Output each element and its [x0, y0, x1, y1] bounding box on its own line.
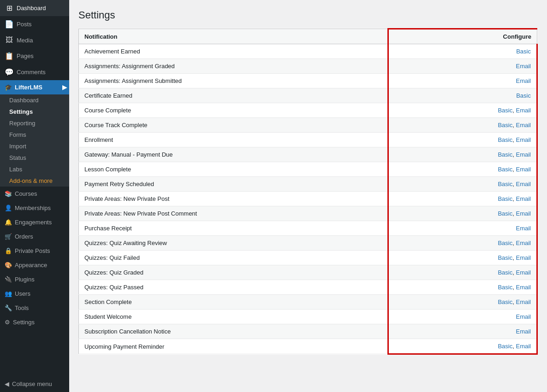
orders-icon: 🛒 [5, 233, 12, 240]
private-posts-icon: 🔒 [5, 247, 12, 254]
sidebar-subitem-import[interactable]: Import [0, 140, 69, 152]
configure-link-email[interactable]: Email [516, 136, 531, 143]
sidebar-item-courses[interactable]: 📚 Courses [0, 187, 69, 201]
settings-icon: ⚙ [5, 319, 10, 326]
sidebar-item-memberships[interactable]: 👤 Memberships [0, 201, 69, 215]
configure-link-email[interactable]: Email [516, 240, 531, 246]
configure-link-basic[interactable]: Basic [498, 181, 512, 187]
lms-submenu: Dashboard Settings Reporting Forms Impor… [0, 94, 69, 187]
notification-cell: Quizzes: Quiz Failed [79, 251, 388, 265]
configure-link-email[interactable]: Email [516, 210, 531, 217]
configure-link-email[interactable]: Email [516, 313, 531, 320]
comments-icon: 💬 [5, 68, 14, 76]
notification-cell: Quizzes: Quiz Graded [79, 265, 388, 280]
sidebar-item-label: Orders [15, 233, 33, 240]
notification-cell: Achievement Earned [79, 44, 388, 59]
configure-link-basic[interactable]: Basic [498, 254, 512, 261]
sidebar-item-tools[interactable]: 🔧 Tools [0, 301, 69, 315]
table-row: Private Areas: New Private Post CommentB… [79, 206, 537, 221]
configure-link-basic[interactable]: Basic [498, 195, 512, 202]
sidebar-subitem-labs[interactable]: Labs [0, 164, 69, 175]
sidebar-item-private-posts[interactable]: 🔒 Private Posts [0, 244, 69, 258]
sidebar-item-posts[interactable]: 📄 Posts [0, 16, 69, 32]
table-row: Quizzes: Quiz GradedBasic, Email [79, 265, 537, 280]
configure-cell: Basic, Email [388, 251, 537, 265]
table-row: Assignments: Assignment GradedEmail [79, 59, 537, 74]
configure-link-basic[interactable]: Basic [498, 240, 512, 246]
configure-link-email[interactable]: Email [516, 328, 531, 335]
configure-link-email[interactable]: Email [516, 298, 531, 305]
sidebar-subitem-dashboard[interactable]: Dashboard [0, 94, 69, 106]
collapse-menu[interactable]: ◀ Collapse menu [0, 376, 69, 392]
sidebar-subitem-status[interactable]: Status [0, 152, 69, 164]
sidebar-subitem-addons[interactable]: Add-ons & more [0, 175, 69, 187]
sidebar-item-label: Memberships [15, 205, 51, 211]
sidebar-item-appearance[interactable]: 🎨 Appearance [0, 258, 69, 272]
sidebar-item-label: Settings [13, 319, 35, 326]
configure-link-email[interactable]: Email [516, 269, 531, 276]
configure-link-basic[interactable]: Basic [498, 166, 512, 173]
sidebar-item-pages[interactable]: 📋 Pages [0, 48, 69, 64]
media-icon: 🖼 [5, 36, 14, 44]
sidebar-subitem-forms[interactable]: Forms [0, 129, 69, 140]
lms-label: LifterLMS [15, 84, 42, 91]
configure-link-email[interactable]: Email [516, 181, 531, 187]
plugins-icon: 🔌 [5, 276, 12, 283]
sidebar-item-orders[interactable]: 🛒 Orders [0, 229, 69, 244]
configure-link-email[interactable]: Email [516, 225, 531, 232]
configure-link-basic[interactable]: Basic [498, 107, 512, 114]
configure-link-basic[interactable]: Basic [498, 343, 512, 350]
table-row: Section CompleteBasic, Email [79, 295, 537, 310]
sidebar-item-users[interactable]: 👥 Users [0, 287, 69, 301]
configure-link-email[interactable]: Email [516, 151, 531, 158]
sidebar-item-dashboard[interactable]: ⊞ Dashboard [0, 0, 69, 16]
configure-cell: Basic, Email [388, 236, 537, 251]
sidebar-item-media[interactable]: 🖼 Media [0, 32, 69, 48]
table-row: Lesson CompleteBasic, Email [79, 162, 537, 177]
configure-cell: Basic, Email [388, 265, 537, 280]
sidebar-item-lifterlms[interactable]: 🎓 LifterLMS ▶ [0, 80, 69, 94]
table-row: Course CompleteBasic, Email [79, 103, 537, 118]
sidebar-subitem-reporting[interactable]: Reporting [0, 117, 69, 129]
notification-cell: Lesson Complete [79, 162, 388, 177]
notification-cell: Payment Retry Scheduled [79, 177, 388, 192]
configure-link-basic[interactable]: Basic [498, 136, 512, 143]
configure-link-email[interactable]: Email [516, 166, 531, 173]
configure-link-basic[interactable]: Basic [498, 269, 512, 276]
configure-link-basic[interactable]: Basic [516, 92, 531, 99]
table-row: Quizzes: Quiz FailedBasic, Email [79, 251, 537, 265]
sidebar-subitem-settings[interactable]: Settings [0, 106, 69, 117]
configure-link-email[interactable]: Email [516, 195, 531, 202]
configure-link-basic[interactable]: Basic [498, 284, 512, 291]
table-row: Purchase ReceiptEmail [79, 221, 537, 236]
configure-link-basic[interactable]: Basic [498, 151, 512, 158]
configure-link-basic[interactable]: Basic [516, 48, 531, 55]
configure-link-email[interactable]: Email [516, 63, 531, 70]
configure-link-email[interactable]: Email [516, 284, 531, 291]
collapse-label: Collapse menu [12, 380, 52, 387]
pages-icon: 📋 [5, 52, 14, 60]
configure-cell: Email [388, 59, 537, 74]
configure-link-basic[interactable]: Basic [498, 298, 512, 305]
table-row: Payment Retry ScheduledBasic, Email [79, 177, 537, 192]
sidebar-item-label: Appearance [15, 262, 47, 269]
configure-link-email[interactable]: Email [516, 343, 531, 350]
configure-link-email[interactable]: Email [516, 77, 531, 84]
notification-cell: Enrollment [79, 133, 388, 147]
table-row: Upcoming Payment ReminderBasic, Email [79, 339, 537, 354]
configure-link-email[interactable]: Email [516, 107, 531, 114]
sidebar-item-engagements[interactable]: 🔔 Engagements [0, 215, 69, 229]
sidebar-item-label: Posts [17, 21, 32, 28]
sidebar-item-comments[interactable]: 💬 Comments [0, 64, 69, 80]
posts-icon: 📄 [5, 20, 14, 29]
sidebar-item-settings[interactable]: ⚙ Settings [0, 315, 69, 329]
sidebar-item-plugins[interactable]: 🔌 Plugins [0, 272, 69, 287]
notification-cell: Private Areas: New Private Post Comment [79, 206, 388, 221]
notification-cell: Quizzes: Quiz Passed [79, 280, 388, 295]
configure-link-basic[interactable]: Basic [498, 210, 512, 217]
lifterlms-icon: 🎓 [5, 84, 12, 91]
configure-link-email[interactable]: Email [516, 254, 531, 261]
configure-link-basic[interactable]: Basic [498, 122, 512, 129]
configure-link-email[interactable]: Email [516, 122, 531, 129]
users-icon: 👥 [5, 290, 12, 297]
